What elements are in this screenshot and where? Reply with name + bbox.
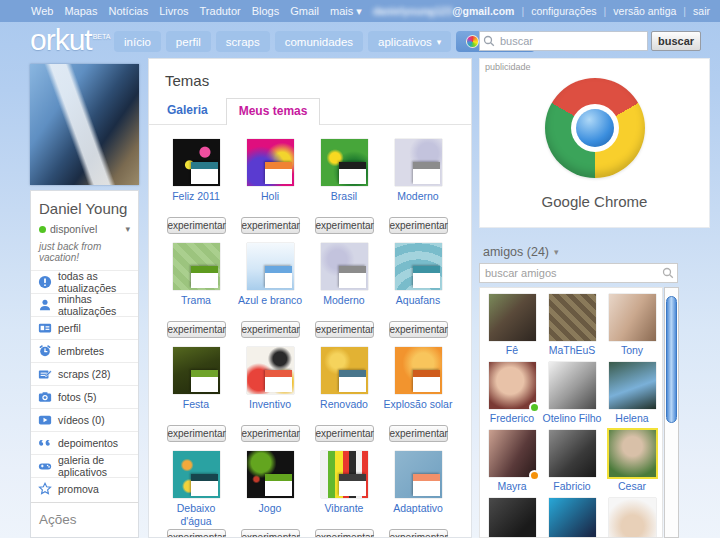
friend-photo[interactable] <box>549 362 596 409</box>
experimentar-button[interactable]: experimentar <box>167 321 226 338</box>
sidebar-item-todas[interactable]: todas as atualizações <box>31 270 138 293</box>
friend-name-link[interactable]: Cesar <box>618 480 646 492</box>
theme-thumbnail[interactable] <box>247 451 294 498</box>
theme-thumbnail[interactable] <box>395 451 442 498</box>
profile-photo[interactable] <box>30 64 139 185</box>
theme-name-link[interactable]: Holi <box>234 190 306 217</box>
ad-banner[interactable]: publicidade Google Chrome <box>479 58 710 228</box>
account-link-versão-antiga[interactable]: versão antiga <box>613 5 676 17</box>
theme-thumbnail[interactable] <box>321 347 368 394</box>
google-bar-link[interactable]: Web <box>31 5 53 18</box>
experimentar-button[interactable]: experimentar <box>389 425 448 442</box>
account-link-configurações[interactable]: configurações <box>531 5 596 17</box>
sidebar-item-galeria[interactable]: galeria de aplicativos <box>31 454 138 477</box>
nav-tab-comunidades[interactable]: comunidades <box>275 31 363 52</box>
experimentar-button[interactable]: experimentar <box>315 217 374 234</box>
google-bar-more-link[interactable]: mais ▾ <box>330 5 362 18</box>
sidebar-item-promova[interactable]: promova <box>31 477 138 500</box>
friend-photo[interactable] <box>489 498 536 538</box>
experimentar-button[interactable]: experimentar <box>315 529 374 538</box>
sidebar-item-perfil[interactable]: perfil <box>31 316 138 339</box>
theme-name-link[interactable]: Explosão solar <box>382 398 454 425</box>
experimentar-button[interactable]: experimentar <box>241 425 300 442</box>
orkut-logo[interactable]: orkutBETA <box>30 23 110 57</box>
theme-name-link[interactable]: Jogo <box>234 502 306 529</box>
sidebar-item-lembretes[interactable]: lembretes <box>31 339 138 362</box>
theme-name-link[interactable]: Azul e branco <box>234 294 306 321</box>
theme-thumbnail[interactable] <box>247 243 294 290</box>
theme-thumbnail[interactable] <box>173 347 220 394</box>
theme-thumbnail[interactable] <box>321 451 368 498</box>
friend-name-link[interactable]: Fê <box>506 344 518 356</box>
experimentar-button[interactable]: experimentar <box>167 425 226 442</box>
theme-thumbnail[interactable] <box>173 451 220 498</box>
sidebar-item-fotos[interactable]: fotos (5) <box>31 385 138 408</box>
experimentar-button[interactable]: experimentar <box>241 321 300 338</box>
experimentar-button[interactable]: experimentar <box>241 217 300 234</box>
theme-name-link[interactable]: Feliz 2011 <box>160 190 232 217</box>
theme-name-link[interactable]: Brasil <box>308 190 380 217</box>
theme-thumbnail[interactable] <box>247 347 294 394</box>
google-bar-link[interactable]: Gmail <box>290 5 319 18</box>
google-bar-link[interactable]: Tradutor <box>200 5 241 18</box>
nav-tab-aplicativos[interactable]: aplicativos▾ <box>368 31 451 52</box>
theme-name-link[interactable]: Vibrante <box>308 502 380 529</box>
tab-galeria[interactable]: Galeria <box>165 103 210 124</box>
nav-tab-início[interactable]: início <box>114 31 161 52</box>
theme-thumbnail[interactable] <box>395 347 442 394</box>
experimentar-button[interactable]: experimentar <box>315 321 374 338</box>
theme-name-link[interactable]: Adaptativo <box>382 502 454 529</box>
friend-name-link[interactable]: Mayra <box>497 480 526 492</box>
experimentar-button[interactable]: experimentar <box>389 321 448 338</box>
friend-name-link[interactable]: Fabricio <box>553 480 590 492</box>
friends-scrollbar-thumb[interactable] <box>666 296 677 423</box>
theme-name-link[interactable]: Moderno <box>382 190 454 217</box>
friend-photo[interactable] <box>549 430 596 477</box>
friend-name-link[interactable]: Tony <box>621 344 643 356</box>
friends-search-input[interactable] <box>479 263 678 283</box>
friend-photo[interactable] <box>549 498 596 538</box>
theme-name-link[interactable]: Moderno <box>308 294 380 321</box>
account-link-sair[interactable]: sair <box>693 5 710 17</box>
sidebar-item-depoimentos[interactable]: depoimentos <box>31 431 138 454</box>
friend-photo[interactable] <box>609 430 656 477</box>
sidebar-item-minhas[interactable]: minhas atualizações <box>31 293 138 316</box>
friend-name-link[interactable]: Frederico <box>490 412 534 424</box>
google-bar-link[interactable]: Notícias <box>108 5 148 18</box>
nav-tab-scraps[interactable]: scraps <box>216 31 270 52</box>
theme-name-link[interactable]: Inventivo <box>234 398 306 425</box>
friend-photo[interactable] <box>549 294 596 341</box>
friends-scrollbar-track[interactable] <box>664 287 679 538</box>
theme-name-link[interactable]: Aquafans <box>382 294 454 321</box>
theme-name-link[interactable]: Festa <box>160 398 232 425</box>
search-input[interactable] <box>479 31 648 51</box>
search-button[interactable]: buscar <box>651 31 701 51</box>
theme-thumbnail[interactable] <box>395 139 442 186</box>
theme-thumbnail[interactable] <box>321 139 368 186</box>
theme-name-link[interactable]: Debaixo d'água <box>160 502 232 529</box>
theme-thumbnail[interactable] <box>395 243 442 290</box>
friend-photo[interactable] <box>609 498 656 538</box>
experimentar-button[interactable]: experimentar <box>389 529 448 538</box>
theme-name-link[interactable]: Renovado <box>308 398 380 425</box>
theme-thumbnail[interactable] <box>321 243 368 290</box>
friend-photo[interactable] <box>609 362 656 409</box>
nav-tab-perfil[interactable]: perfil <box>166 31 211 52</box>
experimentar-button[interactable]: experimentar <box>315 425 374 442</box>
friend-photo[interactable] <box>609 294 656 341</box>
status-selector[interactable]: disponível ▾ <box>31 220 138 238</box>
theme-thumbnail[interactable] <box>173 243 220 290</box>
action-link-Pasta-de-spam[interactable]: Pasta de spam <box>31 532 138 538</box>
friend-photo[interactable] <box>489 430 536 477</box>
google-bar-link[interactable]: Mapas <box>64 5 97 18</box>
friend-name-link[interactable]: Otelino Filho <box>543 412 602 424</box>
friend-name-link[interactable]: MaThEuS <box>549 344 596 356</box>
friends-header[interactable]: amigos (24) ▾ <box>483 245 559 259</box>
google-bar-link[interactable]: Blogs <box>252 5 280 18</box>
experimentar-button[interactable]: experimentar <box>241 529 300 538</box>
sidebar-item-scraps[interactable]: scraps (28) <box>31 362 138 385</box>
friend-name-link[interactable]: Helena <box>615 412 648 424</box>
tab-meus-temas[interactable]: Meus temas <box>226 98 321 125</box>
friend-photo[interactable] <box>489 294 536 341</box>
friend-photo[interactable] <box>489 362 536 409</box>
